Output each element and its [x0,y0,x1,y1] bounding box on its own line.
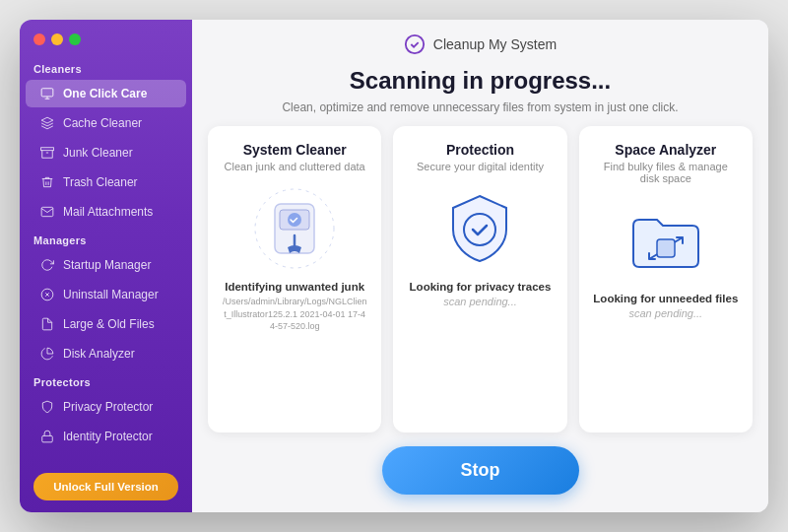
sidebar-item-identity-protector[interactable]: Identity Protector [26,423,186,450]
sidebar-item-startup-manager[interactable]: Startup Manager [26,251,186,279]
protection-pending: scan pending... [443,296,517,307]
sidebar-item-privacy-protector[interactable]: Privacy Protector [26,393,186,421]
svg-marker-1 [41,117,53,123]
app-logo-icon [404,33,426,55]
sidebar-item-trash-cleaner[interactable]: Trash Cleaner [26,168,186,196]
sidebar-item-cache-cleaner[interactable]: Cache Cleaner [26,109,186,137]
monitor-icon [39,86,55,101]
section-label-managers: Managers [20,227,192,250]
sidebar-item-mail-attachments[interactable]: Mail Attachments [26,198,186,226]
system-cleaner-title: System Cleaner [243,142,347,158]
archive-icon [39,145,55,161]
scanning-title: Scanning in progress... [192,63,768,99]
protection-title: Protection [446,142,514,158]
stop-button-row: Stop [192,432,768,512]
protection-illustration [435,184,524,273]
space-analyzer-card: Space Analyzer Find bulky files & manage… [579,126,753,432]
protection-icon [435,184,524,273]
space-analyzer-icon [622,196,710,285]
mail-icon [39,204,55,220]
lock-icon [39,429,55,444]
close-button[interactable] [33,33,45,45]
svg-rect-15 [657,239,675,257]
space-analyzer-title: Space Analyzer [615,142,716,158]
protection-subtitle: Secure your digital identity [417,161,544,172]
system-cleaner-illustration [250,184,339,273]
sidebar-item-junk-cleaner[interactable]: Junk Cleaner [26,139,186,166]
layers-icon [39,115,55,131]
scanning-subtitle: Clean, optimize and remove unnecessary f… [192,99,768,126]
maximize-button[interactable] [69,33,81,45]
sidebar-item-one-click-care[interactable]: One Click Care [26,80,186,107]
svg-rect-0 [41,89,53,97]
sidebar-item-disk-analyzer[interactable]: Disk Analyzer [26,340,186,367]
svg-rect-7 [42,435,53,441]
svg-rect-2 [41,148,54,151]
main-content: Cleanup My System Scanning in progress..… [192,20,768,512]
pie-chart-icon [39,346,55,362]
minimize-button[interactable] [51,33,63,45]
main-window: Cleaners One Click Care Cache Cleaner Ju… [20,20,768,512]
sidebar: Cleaners One Click Care Cache Cleaner Ju… [20,20,192,512]
system-cleaner-file: /Users/admin/Library/Logs/NGLClient_Illu… [222,296,367,333]
space-analyzer-subtitle: Find bulky files & manage disk space [593,161,739,184]
system-cleaner-card: System Cleaner Clean junk and cluttered … [208,126,381,432]
sidebar-item-large-old-files[interactable]: Large & Old Files [26,310,186,338]
system-cleaner-status: Identifying unwanted junk [225,281,364,293]
space-analyzer-status: Looking for unneeded files [593,293,738,304]
space-analyzer-illustration [622,196,710,285]
section-label-protectors: Protectors [20,368,192,392]
app-title: Cleanup My System [433,36,557,52]
trash-icon [39,174,55,190]
shield-icon [39,399,55,415]
sidebar-item-uninstall-manager[interactable]: Uninstall Manager [26,281,186,308]
space-analyzer-pending: scan pending... [629,307,703,319]
x-circle-icon [39,287,55,302]
unlock-full-version-button[interactable]: Unlock Full Version [33,473,178,500]
section-label-cleaners: Cleaners [20,55,192,79]
protection-status: Looking for privacy traces [410,281,552,293]
file-icon [39,316,55,332]
app-header: Cleanup My System [192,20,768,63]
svg-point-8 [406,35,424,53]
traffic-lights [20,20,192,55]
cards-row: System Cleaner Clean junk and cluttered … [192,126,768,432]
stop-button[interactable]: Stop [382,446,579,495]
system-cleaner-subtitle: Clean junk and cluttered data [225,161,365,172]
cleaner-icon [260,194,329,263]
protection-card: Protection Secure your digital identity … [393,126,566,432]
refresh-icon [39,257,55,273]
